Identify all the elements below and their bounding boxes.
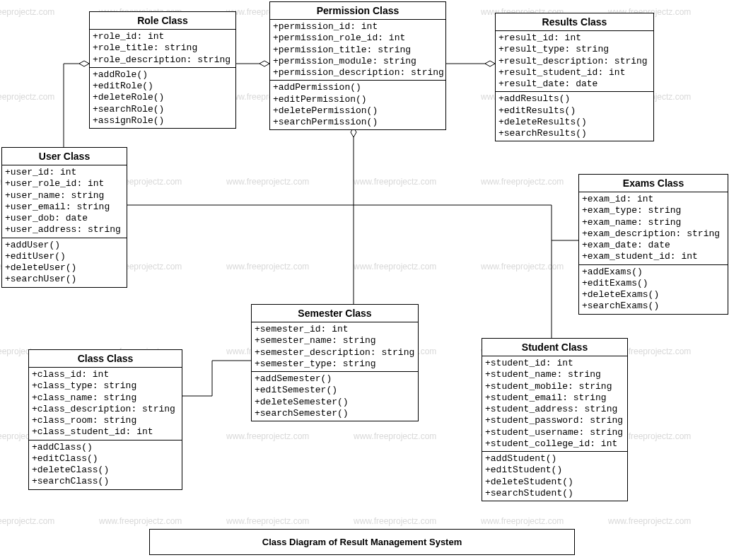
role-class-box: Role Class +role_id: int+role_title: str… (89, 11, 236, 129)
permission-class-ops: +addPermission()+editPermission()+delete… (270, 81, 445, 129)
exams-class-attrs: +exam_id: int+exam_type: string+exam_nam… (579, 192, 728, 265)
role-class-ops: +addRole()+editRole()+deleteRole()+searc… (90, 68, 235, 128)
watermark-text: www.freeprojectz.com (354, 516, 436, 526)
permission-op-row: +addPermission() (273, 82, 443, 93)
watermark-text: www.freeprojectz.com (354, 262, 436, 272)
watermark-text: www.freeprojectz.com (354, 177, 436, 187)
exams-attr-row: +exam_description: string (582, 228, 725, 240)
classcls-attr-row: +class_name: string (32, 392, 179, 404)
student-attr-row: +student_email: string (485, 392, 624, 404)
watermark-text: www.freeprojectz.com (226, 431, 309, 441)
semester-op-row: +addSemester() (255, 373, 415, 385)
role-op-row: +addRole() (93, 69, 233, 81)
class-class-title: Class Class (29, 350, 182, 368)
results-op-row: +addResults() (498, 93, 651, 105)
exams-attr-row: +exam_student_id: int (582, 251, 725, 262)
student-attr-row: +student_id: int (485, 358, 624, 369)
role-op-row: +editRole() (93, 81, 233, 92)
user-attr-row: +user_email: string (5, 202, 124, 213)
results-op-row: +editResults() (498, 105, 651, 117)
results-op-row: +searchResults() (498, 128, 651, 139)
user-attr-row: +user_id: int (5, 167, 124, 178)
watermark-text: www.freeprojectz.com (481, 262, 564, 272)
results-op-row: +deleteResults() (498, 117, 651, 128)
exams-op-row: +addExams() (582, 267, 725, 278)
role-attr-row: +role_description: string (93, 54, 233, 66)
user-class-box: User Class +user_id: int+user_role_id: i… (1, 147, 127, 288)
student-op-row: +deleteStudent() (485, 477, 624, 488)
semester-attr-row: +semester_type: string (255, 358, 415, 370)
classcls-op-row: +deleteClass() (32, 465, 179, 476)
permission-attr-row: +permission_description: string (273, 67, 443, 78)
permission-attr-row: +permission_role_id: int (273, 33, 443, 44)
results-class-title: Results Class (496, 13, 653, 31)
student-attr-row: +student_address: string (485, 404, 624, 415)
watermark-text: www.freeprojectz.com (99, 516, 182, 526)
student-op-row: +addStudent() (485, 453, 624, 465)
user-attr-row: +user_address: string (5, 224, 124, 235)
semester-attr-row: +semester_description: string (255, 347, 415, 358)
exams-op-row: +searchExams() (582, 301, 725, 312)
results-class-box: Results Class +result_id: int+result_typ… (495, 13, 654, 141)
student-class-attrs: +student_id: int+student_name: string+st… (482, 356, 627, 452)
role-op-row: +deleteRole() (93, 92, 233, 103)
classcls-attr-row: +class_id: int (32, 369, 179, 380)
exams-class-ops: +addExams()+editExams()+deleteExams()+se… (579, 265, 728, 314)
student-attr-row: +student_password: string (485, 415, 624, 426)
semester-attr-row: +semester_name: string (255, 335, 415, 346)
semester-class-box: Semester Class +semester_id: int+semeste… (251, 304, 419, 421)
student-class-title: Student Class (482, 339, 627, 356)
student-attr-row: +student_mobile: string (485, 381, 624, 392)
results-attr-row: +result_id: int (498, 33, 651, 44)
permission-op-row: +searchPermission() (273, 117, 443, 128)
watermark-text: www.freeprojectz.com (0, 7, 54, 17)
permission-class-box: Permission Class +permission_id: int+per… (269, 1, 446, 130)
permission-class-title: Permission Class (270, 2, 445, 20)
permission-op-row: +deletePermission() (273, 105, 443, 117)
exams-op-row: +editExams() (582, 278, 725, 289)
watermark-text: www.freeprojectz.com (0, 92, 54, 102)
classcls-op-row: +editClass() (32, 453, 179, 465)
user-class-ops: +addUser()+editUser()+deleteUser()+searc… (2, 238, 127, 287)
user-op-row: +searchUser() (5, 274, 124, 285)
classcls-op-row: +searchClass() (32, 476, 179, 487)
watermark-text: www.freeprojectz.com (226, 516, 309, 526)
watermark-text: www.freeprojectz.com (0, 516, 54, 526)
exams-attr-row: +exam_id: int (582, 194, 725, 205)
user-op-row: +deleteUser() (5, 262, 124, 274)
exams-op-row: +deleteExams() (582, 289, 725, 301)
user-attr-row: +user_name: string (5, 190, 124, 202)
student-op-row: +searchStudent() (485, 488, 624, 499)
semester-class-title: Semester Class (252, 305, 418, 322)
diagram-title-text: Class Diagram of Result Management Syste… (262, 537, 462, 547)
role-class-title: Role Class (90, 12, 235, 30)
results-attr-row: +result_type: string (498, 44, 651, 55)
role-op-row: +assignRole() (93, 115, 233, 127)
classcls-attr-row: +class_type: string (32, 380, 179, 392)
student-attr-row: +student_name: string (485, 369, 624, 380)
semester-op-row: +searchSemester() (255, 408, 415, 419)
exams-attr-row: +exam_type: string (582, 205, 725, 216)
user-class-attrs: +user_id: int+user_role_id: int+user_nam… (2, 165, 127, 238)
results-class-ops: +addResults()+editResults()+deleteResult… (496, 92, 653, 141)
classcls-attr-row: +class_student_id: int (32, 426, 179, 438)
role-attr-row: +role_id: int (93, 31, 233, 42)
permission-op-row: +editPermission() (273, 94, 443, 105)
classcls-attr-row: +class_description: string (32, 404, 179, 415)
results-attr-row: +result_date: date (498, 78, 651, 90)
role-class-attrs: +role_id: int+role_title: string+role_de… (90, 30, 235, 68)
watermark-text: www.freeprojectz.com (354, 431, 436, 441)
user-op-row: +editUser() (5, 251, 124, 262)
student-class-ops: +addStudent()+editStudent()+deleteStuden… (482, 452, 627, 501)
permission-attr-row: +permission_module: string (273, 56, 443, 67)
diagram-title: Class Diagram of Result Management Syste… (149, 529, 575, 555)
exams-attr-row: +exam_date: date (582, 240, 725, 251)
semester-class-attrs: +semester_id: int+semester_name: string+… (252, 322, 418, 372)
exams-class-title: Exams Class (579, 175, 728, 192)
role-attr-row: +role_title: string (93, 42, 233, 54)
results-attr-row: +result_description: string (498, 56, 651, 67)
results-attr-row: +result_student_id: int (498, 67, 651, 78)
student-attr-row: +student_college_id: int (485, 438, 624, 450)
exams-class-box: Exams Class +exam_id: int+exam_type: str… (578, 174, 728, 315)
user-attr-row: +user_dob: date (5, 213, 124, 224)
